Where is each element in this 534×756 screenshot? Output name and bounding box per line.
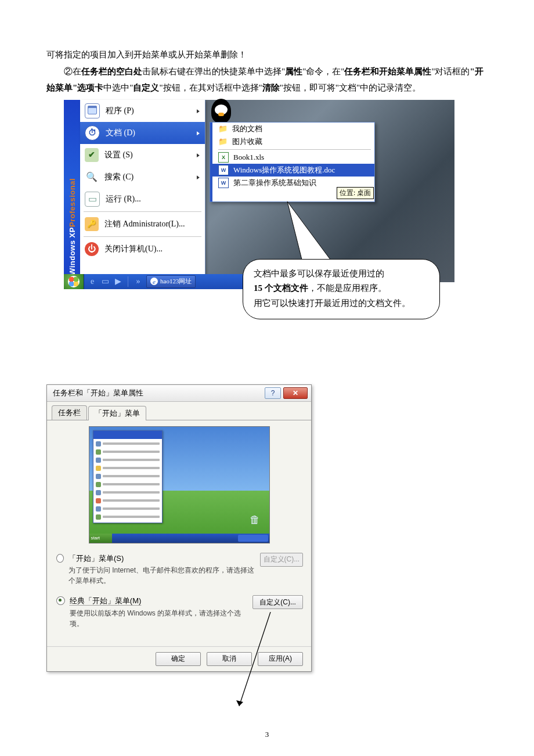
search-icon [85,170,99,184]
desktop-icon[interactable]: ▭ [100,277,110,286]
customize-button-disabled: 自定义(C)... [260,553,303,567]
submenu-mydocs[interactable]: 我的文档 [210,123,374,135]
preview-tray [238,535,268,542]
help-button[interactable]: ? [265,387,281,399]
ie-icon[interactable]: e [88,277,97,286]
qq-penguin-icon [211,99,231,123]
ok-button[interactable]: 确定 [156,652,201,666]
folder-icon [218,137,228,146]
start-button[interactable] [64,274,84,289]
start-menu-screenshot: Windows XP Professional 程序 (P) 文档 (D) 设置… [64,100,470,344]
submenu-book1[interactable]: Book1.xls [210,151,374,164]
xp-brand-strip: Windows XP Professional [64,100,80,280]
bubble-tail [270,201,340,265]
menu-separator [84,236,201,237]
svg-line-1 [239,612,270,706]
shutdown-icon [85,242,99,256]
radio-checked[interactable] [56,596,65,605]
taskbar: e ▭ ▶ » hao123网址 [64,274,257,289]
dialog-title-text: 任务栏和「开始」菜单属性 [53,388,143,398]
svg-marker-0 [287,201,334,264]
preview-start-button: start [89,534,112,543]
menu-documents[interactable]: 文档 (D) [80,122,205,144]
option-start-menu[interactable]: 「开始」菜单(S) 为了便于访问 Internet、电子邮件和您喜欢的程序，请选… [55,553,303,586]
arrow-line [226,612,296,717]
menu-shutdown[interactable]: 关闭计算机(U)... [80,238,205,260]
svg-marker-2 [236,700,243,706]
dialog-titlebar: 任务栏和「开始」菜单属性 ? ✕ [47,385,311,402]
page-number: 3 [46,730,488,739]
tab-start-menu[interactable]: 「开始」菜单 [88,406,146,420]
recycle-bin-icon [250,514,262,529]
radio-unchecked[interactable] [56,554,64,563]
callout-bubble: 文档中最多可以保存最近使用过的 15 个文档文件，不能是应用程序。 用它可以快速… [243,259,440,320]
documents-icon [85,125,100,141]
logoff-icon [85,217,99,231]
menu-settings[interactable]: 设置 (S) [80,144,205,166]
close-button[interactable]: ✕ [283,387,308,399]
menu-logoff[interactable]: 注销 Administrator(L)... [80,213,205,235]
submenu-separator [218,149,371,150]
tab-taskbar[interactable]: 任务栏 [52,405,87,420]
settings-icon [85,148,99,162]
location-tooltip: 位置: 桌面 [337,187,374,199]
start-menu: 程序 (P) 文档 (D) 设置 (S) 搜索 (C) 运行 (R)... [80,100,205,280]
programs-icon [85,103,100,118]
menu-run[interactable]: 运行 (R)... [80,188,205,210]
menu-separator [84,211,201,212]
word-icon [218,165,229,175]
excel-icon [218,152,229,163]
customize-button[interactable]: 自定义(C)... [252,595,303,609]
folder-icon [218,124,228,134]
menu-search[interactable]: 搜索 (C) [80,166,205,188]
tab-strip: 任务栏 「开始」菜单 [47,402,311,420]
taskbar-item[interactable]: hao123网址 [146,275,196,288]
submenu-tutorial[interactable]: Windows操作系统视图教程.doc [210,164,374,177]
word-icon [218,178,229,188]
taskbar-properties-screenshot: 任务栏和「开始」菜单属性 ? ✕ 任务栏 「开始」菜单 [46,384,311,724]
chevron-icon[interactable]: » [134,277,143,286]
submenu-pictures[interactable]: 图片收藏 [210,135,374,148]
run-icon [85,192,100,207]
preview-image: start [89,426,270,543]
intro-line: 可将指定的项目加入到开始菜单或从开始菜单删除！ [46,46,488,63]
wmp-icon[interactable]: ▶ [113,277,122,286]
menu-programs[interactable]: 程序 (P) [80,100,205,122]
paragraph-2: ②在任务栏的空白处击鼠标右键在弹出的快捷菜单中选择"属性"命令，在"任务栏和开始… [46,63,488,96]
